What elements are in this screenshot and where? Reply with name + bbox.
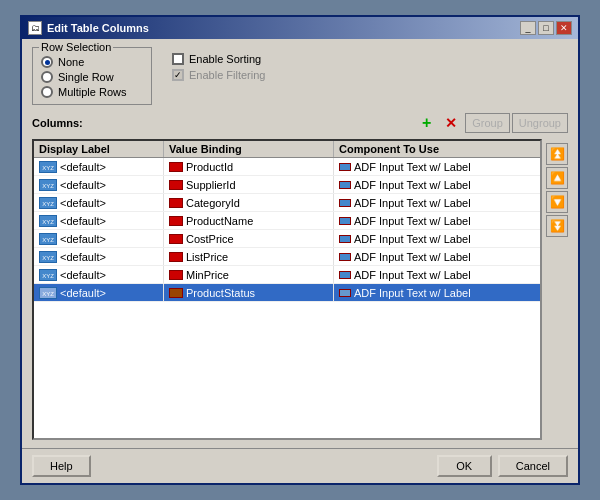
table-row[interactable]: XYZ <default> MinPrice ADF Input Text w/… (34, 266, 540, 284)
td-component-2: ADF Input Text w/ Label (334, 194, 540, 211)
move-down-button[interactable]: 🔽 (546, 191, 568, 213)
td-component-4: ADF Input Text w/ Label (334, 230, 540, 247)
radio-none-outer (41, 56, 53, 68)
binding-icon-3 (169, 216, 183, 226)
td-display-2: XYZ <default> (34, 194, 164, 211)
top-section: Row Selection None Single Row Mul (32, 47, 568, 105)
cancel-button[interactable]: Cancel (498, 455, 568, 477)
title-controls: _ □ ✕ (520, 21, 572, 35)
td-binding-5: ListPrice (164, 248, 334, 265)
remove-column-button[interactable]: ✕ (439, 113, 463, 133)
ungroup-button[interactable]: Ungroup (512, 113, 568, 133)
component-icon-3 (339, 217, 351, 225)
enable-filtering-label: Enable Filtering (189, 69, 265, 81)
td-component-3: ADF Input Text w/ Label (334, 212, 540, 229)
table-row-selected[interactable]: XYZ <default> ProductStatus ADF Input Te… (34, 284, 540, 302)
radio-single-label: Single Row (58, 71, 114, 83)
component-icon-6 (339, 271, 351, 279)
footer-left: Help (32, 455, 91, 477)
row-icon-0: XYZ (39, 161, 57, 173)
footer-right: OK Cancel (437, 455, 568, 477)
radio-multiple-outer (41, 86, 53, 98)
component-icon-2 (339, 199, 351, 207)
row-icon-6: XYZ (39, 269, 57, 281)
td-display-4: XYZ <default> (34, 230, 164, 247)
table-header-row: Display Label Value Binding Component To… (34, 141, 540, 158)
td-component-5: ADF Input Text w/ Label (334, 248, 540, 265)
title-bar-left: 🗂 Edit Table Columns (28, 21, 149, 35)
td-binding-1: SupplierId (164, 176, 334, 193)
columns-area: Display Label Value Binding Component To… (32, 139, 568, 440)
radio-multiple[interactable]: Multiple Rows (41, 86, 143, 98)
component-icon-1 (339, 181, 351, 189)
arrow-panel: ⏫ 🔼 🔽 ⏬ (546, 139, 568, 440)
binding-icon-1 (169, 180, 183, 190)
td-display-1: XYZ <default> (34, 176, 164, 193)
minimize-button[interactable]: _ (520, 21, 536, 35)
radio-none[interactable]: None (41, 56, 143, 68)
maximize-button[interactable]: □ (538, 21, 554, 35)
move-top-button[interactable]: ⏫ (546, 143, 568, 165)
td-display-3: XYZ <default> (34, 212, 164, 229)
row-icon-3: XYZ (39, 215, 57, 227)
enable-filtering-item: ✓ Enable Filtering (172, 69, 265, 81)
td-display-7: XYZ <default> (34, 284, 164, 301)
row-icon-2: XYZ (39, 197, 57, 209)
table-row[interactable]: XYZ <default> ListPrice ADF Input Text w… (34, 248, 540, 266)
td-component-1: ADF Input Text w/ Label (334, 176, 540, 193)
table-row[interactable]: XYZ <default> ProductId ADF Input Text w… (34, 158, 540, 176)
binding-icon-0 (169, 162, 183, 172)
dialog-icon: 🗂 (28, 21, 42, 35)
radio-none-label: None (58, 56, 84, 68)
radio-group: None Single Row Multiple Rows (41, 56, 143, 98)
row-icon-7: XYZ (39, 287, 57, 299)
ok-button[interactable]: OK (437, 455, 492, 477)
columns-label: Columns: (32, 117, 83, 129)
binding-icon-7 (169, 288, 183, 298)
binding-icon-5 (169, 252, 183, 262)
columns-header: Columns: + ✕ Group Ungroup (32, 113, 568, 133)
group-button[interactable]: Group (465, 113, 510, 133)
enable-sorting-item[interactable]: Enable Sorting (172, 53, 265, 65)
binding-icon-4 (169, 234, 183, 244)
columns-table: Display Label Value Binding Component To… (32, 139, 542, 440)
td-binding-4: CostPrice (164, 230, 334, 247)
close-button[interactable]: ✕ (556, 21, 572, 35)
td-display-0: XYZ <default> (34, 158, 164, 175)
header-display-label: Display Label (34, 141, 164, 157)
checkbox-check: ✓ (174, 70, 182, 80)
td-component-7: ADF Input Text w/ Label (334, 284, 540, 301)
header-value-binding: Value Binding (164, 141, 334, 157)
add-column-button[interactable]: + (416, 113, 437, 133)
td-display-6: XYZ <default> (34, 266, 164, 283)
binding-icon-6 (169, 270, 183, 280)
td-binding-2: CategoryId (164, 194, 334, 211)
td-binding-0: ProductId (164, 158, 334, 175)
checkbox-section: Enable Sorting ✓ Enable Filtering (172, 47, 265, 105)
table-row[interactable]: XYZ <default> SupplierId ADF Input Text … (34, 176, 540, 194)
help-button[interactable]: Help (32, 455, 91, 477)
radio-none-inner (45, 60, 50, 65)
row-icon-4: XYZ (39, 233, 57, 245)
row-selection-label: Row Selection (39, 41, 113, 53)
table-section: Display Label Value Binding Component To… (32, 139, 542, 440)
td-display-5: XYZ <default> (34, 248, 164, 265)
enable-sorting-label: Enable Sorting (189, 53, 261, 65)
table-row[interactable]: XYZ <default> CategoryId ADF Input Text … (34, 194, 540, 212)
td-binding-3: ProductName (164, 212, 334, 229)
radio-single[interactable]: Single Row (41, 71, 143, 83)
dialog-body: Row Selection None Single Row Mul (22, 39, 578, 448)
table-body: XYZ <default> ProductId ADF Input Text w… (34, 158, 540, 438)
component-icon-5 (339, 253, 351, 261)
move-bottom-button[interactable]: ⏬ (546, 215, 568, 237)
radio-multiple-label: Multiple Rows (58, 86, 126, 98)
title-bar: 🗂 Edit Table Columns _ □ ✕ (22, 17, 578, 39)
table-row[interactable]: XYZ <default> CostPrice ADF Input Text w… (34, 230, 540, 248)
move-up-button[interactable]: 🔼 (546, 167, 568, 189)
enable-sorting-checkbox[interactable] (172, 53, 184, 65)
toolbar-buttons: + ✕ Group Ungroup (416, 113, 568, 133)
enable-filtering-checkbox: ✓ (172, 69, 184, 81)
table-row[interactable]: XYZ <default> ProductName ADF Input Text… (34, 212, 540, 230)
row-selection-group: Row Selection None Single Row Mul (32, 47, 152, 105)
header-component: Component To Use (334, 141, 540, 157)
